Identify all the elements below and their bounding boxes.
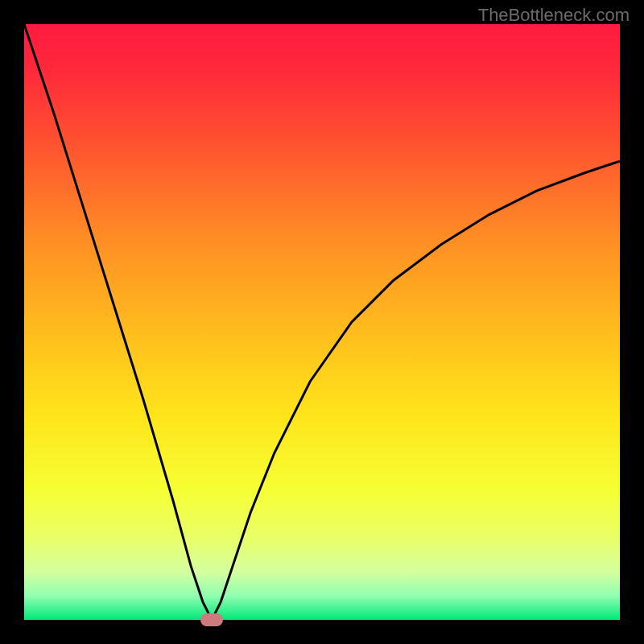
optimal-marker <box>200 613 223 626</box>
watermark-text: TheBottleneck.com <box>478 5 630 26</box>
plot-area <box>24 24 620 620</box>
chart-svg <box>24 24 620 620</box>
gradient-background <box>24 24 620 620</box>
